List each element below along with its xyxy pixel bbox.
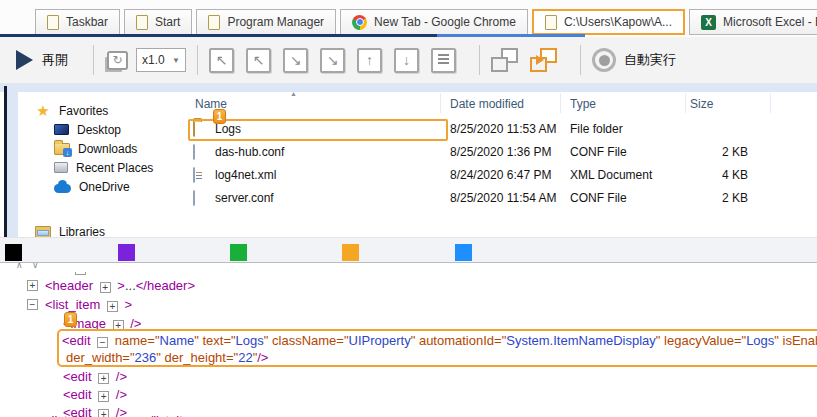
- toggle-minus-icon[interactable]: −: [97, 337, 108, 348]
- move-up-left-icon[interactable]: ↖: [246, 48, 271, 73]
- file-row-das-hub-conf[interactable]: das-hub.conf8/25/2020 1:36 PMCONF File2 …: [185, 141, 817, 164]
- nav-button-group: ↖↖↘↘↑↓: [209, 48, 431, 73]
- document-icon[interactable]: [431, 48, 456, 73]
- resume-play-icon[interactable]: [16, 50, 33, 70]
- column-separator[interactable]: [770, 93, 771, 113]
- desktop-background-left: [7, 84, 18, 237]
- tree-text-tag: </header>: [136, 278, 195, 293]
- sidebar-item-recent-places[interactable]: Recent Places: [18, 158, 185, 177]
- file-icon: [193, 144, 195, 160]
- tab-label: Taskbar: [66, 15, 108, 29]
- file-icon: [193, 190, 195, 206]
- tree-text-tag: <edit: [63, 369, 95, 384]
- taskbar-swatch-3[interactable]: [230, 244, 247, 261]
- toggle-plus-icon[interactable]: +: [98, 373, 109, 384]
- tab-label: Microsoft Excel - Book1.xlsx: [723, 15, 817, 29]
- tree-text-tag: </list_item>: [142, 413, 208, 417]
- taskbar-swatch-4[interactable]: [342, 244, 359, 261]
- file-name: server.conf: [215, 191, 274, 205]
- file-size: 4 KB: [650, 168, 748, 182]
- tab-start[interactable]: Start: [124, 9, 192, 35]
- column-header-type[interactable]: Type: [570, 97, 596, 111]
- sidebar-item-desktop[interactable]: Desktop: [18, 120, 185, 139]
- toolbar-separator: [197, 45, 198, 75]
- sidebar-item-label: Desktop: [77, 123, 121, 137]
- toggle-minus-icon[interactable]: −: [27, 299, 38, 310]
- collapse-down-icon[interactable]: ∨: [32, 260, 39, 270]
- device-screen: ★FavoritesDesktopDownloadsRecent PlacesO…: [0, 84, 817, 262]
- tab-microsoft-excel-book1-xlsx[interactable]: XMicrosoft Excel - Book1.xlsx: [689, 9, 817, 35]
- tab-program-manager[interactable]: Program Manager: [196, 9, 336, 35]
- tree-node-text: <list_item + >: [45, 297, 132, 312]
- file-row-server-conf[interactable]: server.conf8/25/2020 11:54 AMCONF File2 …: [185, 187, 817, 210]
- tree-node-edit-node-3[interactable]: <edit + />: [0, 387, 817, 405]
- sidebar-item-onedrive[interactable]: OneDrive: [18, 177, 185, 196]
- taskbar-swatch-5[interactable]: [455, 244, 472, 261]
- move-down-right-alt-icon[interactable]: ↘: [320, 48, 345, 73]
- page-icon: [47, 15, 59, 30]
- autorun-label[interactable]: 自動実行: [624, 51, 676, 69]
- column-header-date-modified[interactable]: Date modified: [450, 97, 524, 111]
- sidebar-item-label: OneDrive: [79, 180, 130, 194]
- collapse-up-icon[interactable]: ∧: [16, 260, 23, 270]
- tree-node-list-item-node[interactable]: −<list_item + >: [0, 297, 817, 315]
- record-icon[interactable]: [592, 48, 616, 72]
- tab-c-users-kapow-a[interactable]: C:\Users\Kapow\A...: [532, 9, 685, 35]
- tree-text-val: 236: [135, 350, 157, 365]
- capture-refresh-icon[interactable]: ↻: [107, 51, 128, 70]
- file-row-log4net-xml[interactable]: log4net.xml8/24/2020 6:47 PMXML Document…: [185, 164, 817, 187]
- duplicate-window-icon[interactable]: [491, 48, 518, 72]
- taskbar-swatch-1[interactable]: [5, 244, 22, 261]
- downloads-folder-icon: [54, 143, 70, 155]
- column-separator[interactable]: [560, 93, 561, 113]
- tab-new-tab-google-chrome[interactable]: New Tab - Google Chrome: [340, 9, 528, 35]
- document-lines: [438, 54, 449, 66]
- tree-text-tag: >: [114, 278, 125, 293]
- resume-label[interactable]: 再開: [42, 51, 68, 69]
- tab-list: TaskbarStartProgram ManagerNew Tab - Goo…: [35, 9, 817, 35]
- column-separator[interactable]: [440, 93, 441, 113]
- toggle-plus-icon[interactable]: +: [100, 282, 111, 293]
- file-type: XML Document: [570, 168, 652, 182]
- tree-text-attr: der_width=": [66, 350, 135, 365]
- tree-text-tag: />: [112, 369, 127, 384]
- column-separator[interactable]: [685, 93, 686, 113]
- tree-text-tag: <list: [45, 272, 72, 275]
- tree-node-edit-node-2[interactable]: <edit + />: [0, 369, 817, 387]
- file-date-modified: 8/24/2020 6:47 PM: [450, 168, 551, 182]
- file-date-modified: 8/25/2020 11:54 AM: [450, 191, 557, 205]
- toggle-plus-icon[interactable]: +: [98, 391, 109, 402]
- move-top-left-icon[interactable]: ↖: [209, 48, 234, 73]
- toggle-plus-icon[interactable]: +: [75, 272, 86, 275]
- selected-file-highlight: [188, 119, 448, 141]
- tree-text-tag: >: [89, 272, 100, 275]
- tree-node-header-node[interactable]: +<header + >...</header>: [0, 278, 817, 296]
- toggle-plus-icon[interactable]: +: [107, 301, 118, 312]
- desktop-icon: [54, 124, 69, 135]
- tree-node-line-1: <edit − name="Name" text="Logs" classNam…: [62, 332, 817, 349]
- tree-node-edit-node-selected[interactable]: <edit − name="Name" text="Logs" classNam…: [57, 329, 817, 367]
- tab-label: Start: [155, 15, 180, 29]
- tab-bar: TaskbarStartProgram ManagerNew Tab - Goo…: [0, 0, 817, 37]
- toggle-plus-icon[interactable]: +: [27, 280, 38, 291]
- move-down-right-icon[interactable]: ↘: [283, 48, 308, 73]
- duplicate-window-active-icon[interactable]: [530, 48, 557, 72]
- zoom-select[interactable]: x1.0 ▼: [136, 48, 186, 72]
- move-down-icon[interactable]: ↓: [394, 48, 419, 73]
- file-size: 2 KB: [650, 145, 748, 159]
- chrome-icon: [352, 15, 367, 30]
- sidebar-item-label: Downloads: [78, 142, 137, 156]
- pane-splitter[interactable]: ∧ ∨: [0, 262, 817, 272]
- sidebar-item-downloads[interactable]: Downloads: [18, 139, 185, 158]
- explorer-sidebar: ★FavoritesDesktopDownloadsRecent PlacesO…: [18, 92, 185, 237]
- taskbar-swatch-2[interactable]: [118, 244, 135, 261]
- xml-file-icon: [193, 167, 195, 183]
- page-icon: [208, 15, 220, 30]
- sidebar-item-favorites[interactable]: ★Favorites: [18, 101, 185, 120]
- tab-taskbar[interactable]: Taskbar: [35, 9, 120, 35]
- tree-text-attr: " className=": [264, 333, 349, 348]
- toolbar-separator: [580, 45, 581, 75]
- tree-text-tag: >: [121, 297, 132, 312]
- column-header-size[interactable]: Size: [690, 97, 713, 111]
- move-up-icon[interactable]: ↑: [357, 48, 382, 73]
